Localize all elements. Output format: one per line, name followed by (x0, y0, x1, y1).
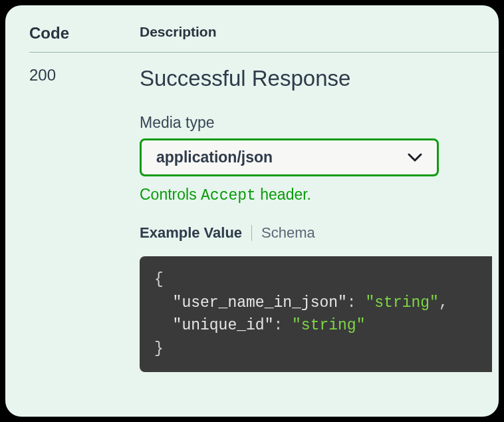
status-code: 200 (29, 65, 56, 84)
tab-schema[interactable]: Schema (261, 224, 315, 242)
response-title: Successful Response (140, 66, 492, 91)
tab-divider (251, 225, 252, 241)
table-row: 200 Successful Response Media type appli… (29, 66, 499, 372)
response-panel: Code Description 200 Successful Response… (5, 5, 499, 417)
header-description: Description (140, 24, 217, 39)
example-code-block: { "user_name_in_json": "string", "unique… (140, 256, 492, 372)
media-type-select[interactable]: application/json (140, 138, 439, 176)
header-code: Code (29, 24, 69, 42)
media-type-label: Media type (140, 114, 492, 132)
media-type-value: application/json (156, 148, 273, 166)
tab-example-value[interactable]: Example Value (140, 224, 242, 242)
table-header: Code Description (29, 24, 499, 53)
accept-hint: Controls Accept header. (140, 186, 492, 204)
example-tabs: Example Value Schema (140, 224, 492, 242)
chevron-down-icon (408, 153, 422, 162)
